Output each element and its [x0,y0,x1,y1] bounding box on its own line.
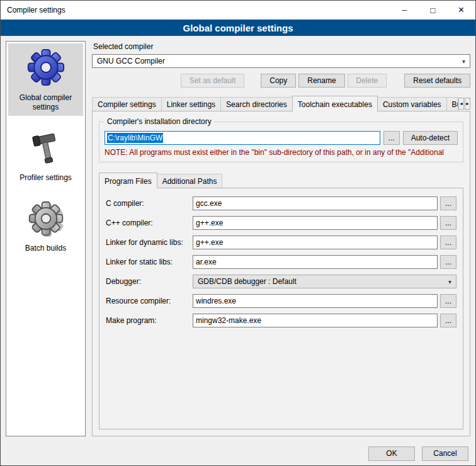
cpp-compiler-browse-button[interactable]: ... [440,216,456,230]
sidebar-item-label: Batch builds [25,244,66,253]
c-compiler-browse-button[interactable]: ... [440,196,456,210]
compiler-select-value: GNU GCC Compiler [97,57,165,65]
debugger-label: Debugger: [106,277,193,286]
resource-compiler-browse-button[interactable]: ... [440,294,456,308]
tab-scroll-right-button[interactable]: ► [465,98,470,110]
sidebar-item-label: Profiler settings [20,173,72,183]
static-linker-browse-button[interactable]: ... [440,255,456,269]
installation-directory-row: C:\raylib\MinGW ... Auto-detect [105,131,458,145]
title-bar: Compiler settings ─ □ × [1,1,475,20]
dialog-header: Global compiler settings [1,20,475,36]
main-content: Selected compiler GNU GCC Compiler ▾ Set… [92,41,470,436]
program-files-panel: C compiler: ... C++ compiler: ... Linker… [99,188,463,429]
form-row: Linker for static libs: ... [106,255,456,269]
make-program-label: Make program: [106,316,193,325]
installation-directory-value: C:\raylib\MinGW [107,133,163,143]
tab-linker-settings[interactable]: Linker settings [161,97,221,111]
cpp-compiler-input[interactable] [193,216,438,230]
minimize-button[interactable]: ─ [390,1,419,20]
global-compiler-gear-icon [27,48,65,88]
tab-compiler-settings[interactable]: Compiler settings [92,97,162,111]
compiler-actions: Set as default Copy Rename Delete Reset … [92,74,470,88]
dynamic-linker-browse-button[interactable]: ... [440,236,456,249]
batch-builds-gear-icon [28,200,64,239]
form-row: Linker for dynamic libs: ... [106,236,456,249]
tab-additional-paths[interactable]: Additional Paths [157,174,223,188]
chevron-down-icon: ▾ [448,278,451,285]
debugger-select[interactable]: GDB/CDB debugger : Default ▾ [193,275,456,288]
tab-program-files[interactable]: Program Files [99,173,157,188]
installation-directory-input[interactable]: C:\raylib\MinGW [105,131,380,145]
maximize-icon: □ [431,6,436,15]
sidebar-item-global-compiler-settings[interactable]: Global compiler settings [8,43,83,116]
selected-compiler-label: Selected compiler [93,42,470,51]
form-row: Debugger: GDB/CDB debugger : Default ▾ [106,275,456,288]
installation-directory-browse-button[interactable]: ... [383,131,400,145]
minimize-icon: ─ [402,6,407,14]
tab-custom-variables[interactable]: Custom variables [377,97,447,111]
static-linker-input[interactable] [193,255,438,269]
c-compiler-label: C compiler: [106,199,193,208]
reset-defaults-button[interactable]: Reset defaults [404,74,470,88]
arrow-left-icon: ◄ [459,101,463,106]
sidebar-item-profiler-settings[interactable]: Profiler settings [8,125,83,186]
c-compiler-input[interactable] [193,196,438,210]
form-row: C++ compiler: ... [106,216,456,230]
auto-detect-button[interactable]: Auto-detect [403,131,458,145]
installation-directory-groupbox: Compiler's installation directory C:\ray… [99,122,463,162]
dynamic-linker-input[interactable] [193,236,438,249]
make-program-input[interactable] [193,314,438,327]
form-row: C compiler: ... [106,196,456,210]
set-as-default-button[interactable]: Set as default [181,74,244,88]
tab-build-options[interactable]: Buil [446,97,458,111]
dynamic-linker-label: Linker for dynamic libs: [106,238,193,247]
dialog-body: Global compiler settings Profiler settin… [1,36,475,441]
cpp-compiler-label: C++ compiler: [106,219,193,227]
debugger-select-value: GDB/CDB debugger : Default [198,277,297,286]
compiler-select[interactable]: GNU GCC Compiler ▾ [92,54,470,68]
tab-search-directories[interactable]: Search directories [220,97,293,111]
arrow-right-icon: ► [465,101,470,106]
delete-button[interactable]: Delete [348,74,387,88]
dialog-footer: OK Cancel [1,441,475,465]
compiler-settings-window: Compiler settings ─ □ × Global compiler … [0,0,476,466]
chevron-down-icon: ▾ [462,58,465,65]
tab-toolchain-executables[interactable]: Toolchain executables [292,96,378,111]
resource-compiler-input[interactable] [193,294,438,308]
settings-sidebar: Global compiler settings Profiler settin… [6,41,86,436]
sidebar-item-batch-builds[interactable]: Batch builds [8,195,83,257]
make-program-browse-button[interactable]: ... [440,314,456,327]
ok-button[interactable]: OK [368,446,415,461]
sidebar-item-label: Global compiler settings [9,93,82,112]
close-button[interactable]: × [447,1,475,20]
program-files-tabstrip: Program Files Additional Paths [99,173,463,188]
window-controls: ─ □ × [390,1,475,20]
profiler-icon [28,130,64,168]
toolchain-executables-panel: Compiler's installation directory C:\ray… [92,111,470,436]
tab-scroll-left-button[interactable]: ◄ [458,98,464,110]
maximize-button[interactable]: □ [419,1,447,20]
rename-button[interactable]: Rename [298,74,344,88]
installation-directory-title: Compiler's installation directory [105,117,214,126]
settings-tabstrip: Compiler settings Linker settings Search… [92,96,470,111]
cancel-button[interactable]: Cancel [422,446,468,461]
form-row: Resource compiler: ... [106,294,456,308]
window-title: Compiler settings [1,6,65,14]
copy-button[interactable]: Copy [261,74,296,88]
static-linker-label: Linker for static libs: [106,258,193,266]
resource-compiler-label: Resource compiler: [106,297,193,305]
close-icon: × [458,4,464,16]
bin-subdirectory-note: NOTE: All programs must exist either in … [105,148,458,157]
form-row: Make program: ... [106,314,456,327]
